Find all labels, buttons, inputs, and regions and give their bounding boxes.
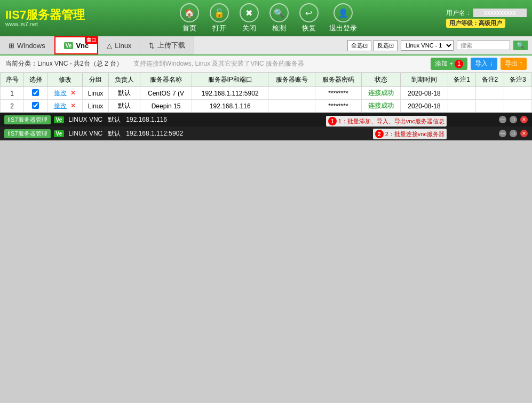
windows-icon: ⊞ [9,42,14,50]
cell-status: 连接成功 [362,87,401,100]
cell-ipport: 192.168.1.112:5902 [192,87,268,100]
tab-vnc[interactable]: Ve Vnc 窗口 [54,36,99,54]
vnc-bar1-winbtns: — □ ✕ [499,116,528,123]
restore-icon: ↩ [299,3,319,22]
table-row: 1 修改 ✕ Linux 默认 CentOS 7 (V 192.168.1.11… [1,87,532,100]
modify-link[interactable]: 修改 [54,89,67,97]
vnc-bar2-minimize[interactable]: — [499,130,506,137]
tab-vnc-badge: 窗口 [85,37,98,44]
col-status: 状态 [362,73,401,87]
close-nav-icon: ✖ [240,3,259,22]
user-name-label: 用户名： xxxxxxxxxx [446,9,527,18]
subtitle-bar: 当前分类：Linux VNC - 共2台（总 2 台） 支持连接到Windows… [0,56,532,73]
vnc-bar2-title: LINUX VNC 默认 192.168.1.112:5902 [68,129,183,138]
cell-no: 1 [1,87,24,100]
cell-servname: Deepin 15 [140,100,192,113]
action-buttons: 添加 + 1 导入 ↓ 导出 ↑ [431,58,527,70]
search-area: 全选⊡ 反选⊡ Linux VNC - 1 🔍 [347,36,532,54]
import-button[interactable]: 导入 ↓ [471,58,497,70]
export-button[interactable]: 导出 ↑ [501,58,527,70]
delete-link[interactable]: ✕ [70,89,76,97]
nav-close[interactable]: ✖ 关闭 [240,3,259,33]
cell-owner: 默认 [109,87,140,100]
category-select[interactable]: Linux VNC - 1 [401,40,454,51]
col-note1: 备注1 [448,73,476,87]
vnc-bar2-maximize[interactable]: □ [510,130,517,137]
col-no: 序号 [1,73,24,87]
vnc-icon: Ve [64,42,74,49]
col-account: 服务器账号 [268,73,315,87]
cell-servname: CentOS 7 (V [140,87,192,100]
vnc-bar-1: IIS7服务器管理 Ve LINUX VNC 默认 192.168.1.116 … [0,113,532,127]
vnc-bar2-close[interactable]: ✕ [520,130,528,137]
deselect-btn[interactable]: 反选⊡ [374,40,398,51]
logo-title: IIS7服务器管理 [5,9,91,21]
vnc-bar1-title: LINUX VNC 默认 192.168.1.116 [68,115,167,124]
nav-logout[interactable]: 👤 退出登录 [329,3,357,33]
select-all-btn[interactable]: 全选⊡ [347,40,371,51]
cell-password: ******** [315,87,361,100]
add-button[interactable]: 添加 + 1 [431,58,467,70]
vnc-bar2-winbtns: — □ ✕ [499,130,528,137]
col-password: 服务器密码 [315,73,361,87]
open-icon: 🔓 [210,3,229,22]
col-select: 选择 [24,73,47,87]
cell-note2 [476,87,504,100]
cell-note1 [448,87,476,100]
logo-area: IIS7服务器管理 www.iis7.net [5,9,91,27]
cell-status: 连接成功 [362,100,401,113]
col-modify: 修改 [47,73,82,87]
vnc-bar1-close[interactable]: ✕ [520,116,528,123]
cell-modify[interactable]: 修改 ✕ [47,100,82,113]
vnc-bar-2: IIS7服务器管理 Ve LINUX VNC 默认 192.168.1.112:… [0,127,532,140]
cell-password: ******** [315,100,361,113]
cell-account [268,100,315,113]
search-button[interactable]: 🔍 [513,41,528,50]
table-row: 2 修改 ✕ Linux 默认 Deepin 15 192.168.1.116 … [1,100,532,113]
vnc-bar2-ve: Ve [54,130,65,137]
modify-link[interactable]: 修改 [54,102,67,109]
col-owner: 负责人 [109,73,140,87]
add-icon: + [449,60,453,68]
linux-icon: △ [107,42,112,50]
cell-group: Linux [82,100,109,113]
tab-linux[interactable]: △ Linux [98,36,140,54]
vnc-bar1-ve: Ve [54,116,65,123]
col-ip: 服务器IP和端口 [192,73,268,87]
server-table: 序号 选择 修改 分组 负责人 服务器名称 服务器IP和端口 服务器账号 服务器… [0,73,532,113]
nav-buttons: 🏠 首页 🔓 打开 ✖ 关闭 🔍 检测 ↩ 恢复 👤 退出登录 [96,3,441,33]
support-text: 支持连接到Windows, Linux 及其它安装了VNC 服务的服务器 [133,59,304,68]
vnc-bar1-minimize[interactable]: — [499,116,506,123]
nav-home[interactable]: 🏠 首页 [180,3,199,33]
col-group: 分组 [82,73,109,87]
detect-icon: 🔍 [269,3,289,22]
cell-owner: 默认 [109,100,140,113]
cell-note3 [504,100,531,113]
cell-expire: 2020-08-18 [401,100,448,113]
annotation-1: 1 1：批量添加、导入、导出vnc服务器信息 [326,116,447,127]
tab-windows[interactable]: ⊞ Windows [0,36,54,54]
nav-open[interactable]: 🔓 打开 [210,3,229,33]
select-buttons: 全选⊡ 反选⊡ [347,40,398,51]
nav-detect[interactable]: 🔍 检测 [269,3,289,33]
tab-upload[interactable]: ⇅ 上传下载 [140,36,194,54]
home-icon: 🏠 [180,3,199,22]
search-input[interactable] [457,41,510,50]
delete-link[interactable]: ✕ [70,102,76,109]
cell-note1 [448,100,476,113]
add-badge: 1 [455,60,463,68]
upload-icon: ⇅ [149,42,155,50]
logout-icon: 👤 [334,3,353,22]
vnc-bar1-maximize[interactable]: □ [510,116,517,123]
cell-account [268,87,315,100]
vnc-bar1-logo: IIS7服务器管理 [4,115,51,124]
vnc-bar2-logo: IIS7服务器管理 [4,129,51,138]
cell-checkbox[interactable] [24,87,47,100]
nav-restore[interactable]: ↩ 恢复 [299,3,319,33]
cell-modify[interactable]: 修改 ✕ [47,87,82,100]
top-bar: IIS7服务器管理 www.iis7.net 🏠 首页 🔓 打开 ✖ 关闭 🔍 … [0,0,532,36]
user-level-badge: 用户等级：高级用户 [446,19,505,28]
col-note2: 备注2 [476,73,504,87]
cell-checkbox[interactable] [24,100,47,113]
cell-note2 [476,100,504,113]
